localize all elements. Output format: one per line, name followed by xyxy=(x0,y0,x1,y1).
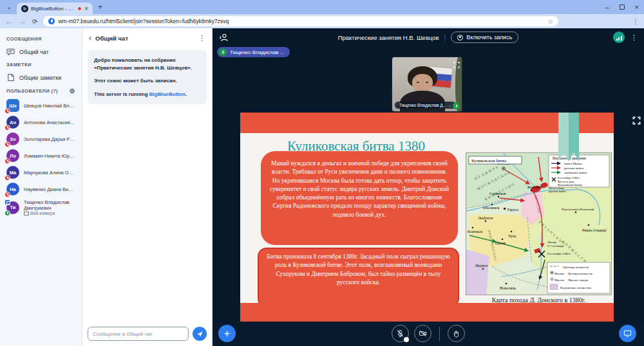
camera-off-icon xyxy=(419,329,427,338)
svg-text:Мценск: Мценск xyxy=(475,264,488,268)
messages-header: СООБЩЕНИЯ xyxy=(0,33,82,44)
browser-titlebar: ⌄ b BigBlueButton - Практичес × + – × xyxy=(0,0,644,14)
sidebar-item-public-chat[interactable]: Общий чат xyxy=(0,44,82,59)
url-text: wm-m07.bsuedu.ru/html5client/join?sessio… xyxy=(58,18,544,24)
shared-notes-label: Общие заметки xyxy=(19,75,61,81)
user-list-item[interactable]: Ло Ломакин Никита Юрьевич xyxy=(0,147,82,164)
bookmark-star-icon[interactable]: ☆ xyxy=(547,18,553,25)
unmuted-mic-badge-icon xyxy=(5,210,10,216)
tab-close-icon[interactable]: × xyxy=(84,5,88,12)
campaign-map: Москва Коломна Серпухов Оболенск Таруса … xyxy=(466,152,612,295)
notes-icon xyxy=(6,73,15,82)
svg-text:Мценск: Мценск xyxy=(554,278,565,282)
bookmark-ribbon xyxy=(558,113,579,161)
webcam-video[interactable]: Тищенко Владислав Д...⌄ xyxy=(392,57,462,112)
user-name: Науменко Диана Витальевна xyxy=(24,187,75,192)
record-icon xyxy=(457,35,463,41)
browser-menu-icon[interactable]: ⋮ xyxy=(632,18,639,25)
send-icon xyxy=(196,331,204,338)
action-bar: + xyxy=(213,322,644,346)
url-bar[interactable]: wm-m07.bsuedu.ru/html5client/join?sessio… xyxy=(43,16,558,26)
user-list-item[interactable]: На Науменко Диана Витальевна xyxy=(0,181,82,197)
svg-text:Москва: Москва xyxy=(554,272,564,275)
chat-message-input[interactable] xyxy=(88,327,189,341)
svg-text:Куликовская битва: Куликовская битва xyxy=(471,158,506,163)
minimize-presentation-button[interactable] xyxy=(619,325,636,342)
svg-text:Центры княжеств: Центры княжеств xyxy=(568,272,592,275)
window-maximize-button[interactable] xyxy=(620,5,625,10)
mic-permission-icon[interactable] xyxy=(48,18,55,24)
muted-mic-badge-icon xyxy=(5,175,10,181)
tab-search-chevron-icon[interactable]: ⌄ xyxy=(4,2,14,12)
svg-text:Одоев: Одоев xyxy=(495,241,506,245)
chat-panel: ‹ Общий чат ⋮ Добро пожаловать на собран… xyxy=(82,28,213,346)
actionbar-divider xyxy=(439,327,440,341)
forward-icon[interactable]: → xyxy=(19,17,26,26)
raise-hand-button[interactable] xyxy=(448,325,465,342)
svg-text:8 сентября 1380 г.: 8 сентября 1380 г. xyxy=(547,252,571,255)
tab-recording-indicator-icon xyxy=(77,6,82,11)
svg-text:Козельск: Козельск xyxy=(468,230,482,233)
send-message-button[interactable] xyxy=(193,327,207,341)
user-name: Шевцов Николай Владими... (Вы) xyxy=(24,103,75,109)
meeting-title: Практические занятия Н.В. Шевцов xyxy=(338,34,439,41)
chat-options-icon[interactable]: ⋮ xyxy=(198,34,205,42)
presentation-fullscreen-icon[interactable] xyxy=(632,116,641,127)
sidebar-item-shared-notes[interactable]: Общие заметки xyxy=(0,70,82,85)
window-close-button[interactable]: × xyxy=(635,3,639,11)
user-list-item[interactable]: Ма Марчукова Алина Олеговна xyxy=(0,164,82,181)
manage-users-gear-icon[interactable]: ⚙ xyxy=(70,87,75,95)
svg-text:литовских войск: литовских войск xyxy=(564,171,587,174)
reload-icon[interactable]: ⟳ xyxy=(32,18,37,25)
notes-header: ЗАМЕТКИ xyxy=(0,59,82,70)
muted-mic-badge-icon xyxy=(5,125,10,131)
connection-status-icon[interactable] xyxy=(613,32,625,43)
welcome-message: Добро пожаловать на собрание «Практическ… xyxy=(88,50,207,104)
bigbluebutton-link[interactable]: BigBlueButton xyxy=(149,91,185,97)
chat-bubble-icon xyxy=(6,48,15,56)
toggle-userlist-icon[interactable] xyxy=(219,33,229,42)
raise-hand-icon xyxy=(452,329,460,338)
user-list-item[interactable]: Ан Антонова Анастасия Алексеевна xyxy=(0,114,82,131)
presentation-slide[interactable]: Куликовская битва 1380 Мамай нуждался в … xyxy=(240,113,614,322)
back-icon[interactable]: ← xyxy=(5,17,13,26)
svg-text:Любутск: Любутск xyxy=(477,216,493,220)
start-recording-button[interactable]: Включить запись xyxy=(451,32,518,43)
browser-toolbar: ← → ⟳ wm-m07.bsuedu.ru/html5client/join?… xyxy=(0,14,644,28)
user-name: Марчукова Алина Олеговна xyxy=(24,170,75,176)
user-list-item[interactable]: Ше Шевцов Николай Владими... (Вы) xyxy=(0,97,82,114)
svg-text:Тула: Тула xyxy=(508,233,516,238)
header-separator: | xyxy=(444,34,446,41)
svg-text:8 сентября 1380 г.: 8 сентября 1380 г. xyxy=(558,176,580,179)
user-list-item[interactable]: Зо Золотарева Дарья Романовна xyxy=(0,131,82,147)
user-list-item[interactable]: Ти Тищенко Владислав Дмитриевич Веб-каме… xyxy=(0,197,82,217)
webcam-fullscreen-icon[interactable] xyxy=(453,59,460,71)
tab-title: BigBlueButton - Практичес xyxy=(31,6,75,12)
svg-text:Верховские княжества: Верховские княжества xyxy=(560,286,592,289)
user-name: Антонова Анастасия Алексеевна xyxy=(24,120,75,125)
main-area: Практические занятия Н.В. Шевцов | Включ… xyxy=(213,28,644,346)
svg-text:Новосиль: Новосиль xyxy=(500,286,516,290)
sidebar-nav: СООБЩЕНИЯ Общий чат ЗАМЕТКИ Общие заметк… xyxy=(0,28,82,346)
enable-camera-button[interactable] xyxy=(414,325,431,342)
chevron-down-icon: ⌄ xyxy=(448,103,451,107)
window-minimize-button[interactable]: – xyxy=(605,3,609,11)
talking-indicator[interactable]: Тищенко Владислав ... xyxy=(217,47,290,57)
svg-text:Оболенск: Оболенск xyxy=(483,205,500,210)
welcome-line-1: Добро пожаловать на собрание «Практическ… xyxy=(94,57,200,71)
options-menu-icon[interactable]: ⋮ xyxy=(630,33,638,42)
presenter-badge-icon xyxy=(5,199,10,205)
svg-text:Таруса: Таруса xyxy=(507,207,518,212)
unmute-mic-button[interactable] xyxy=(392,325,409,342)
svg-text:войск Мамая: войск Мамая xyxy=(564,162,582,165)
new-tab-button[interactable]: + xyxy=(98,3,102,12)
chat-back-icon[interactable]: ‹ xyxy=(89,33,91,42)
talking-user-name: Тищенко Владислав ... xyxy=(230,50,284,55)
svg-text:Рязань (старая): Рязань (старая) xyxy=(582,228,607,233)
slide-top-band xyxy=(240,113,614,133)
webcam-name-dropdown[interactable]: Тищенко Владислав Д...⌄ xyxy=(395,102,456,109)
svg-text:Переяславль-Рязанский: Переяславль-Рязанский xyxy=(562,208,594,211)
screen-icon xyxy=(623,329,632,338)
svg-text:русских войск: русских войск xyxy=(564,167,584,170)
browser-tab[interactable]: b BigBlueButton - Практичес × xyxy=(17,3,93,14)
